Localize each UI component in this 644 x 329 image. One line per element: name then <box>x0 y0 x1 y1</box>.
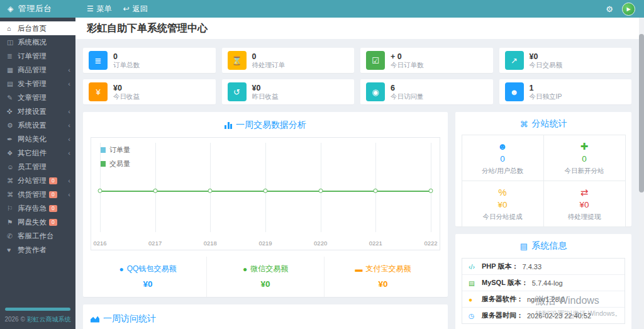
components-icon: ❖ <box>7 149 18 157</box>
info-value: nginx/1.28.0 <box>527 296 565 303</box>
substation-cell-withdrawals[interactable]: ⇄ ¥0 待处理提现 <box>543 181 626 227</box>
sidebar-item-label: 客服工作台 <box>18 231 54 241</box>
sidebar-item-orders[interactable]: ≣ 订单管理 <box>0 49 75 63</box>
info-row-mysql: ▤ MySQL 版本： 5.7.44-log <box>462 275 625 291</box>
chevron-left-icon: ‹ <box>68 149 70 157</box>
stat-card-yesterday-income[interactable]: ↺ ¥0 昨日收益 <box>222 79 355 104</box>
chevron-left-icon: ‹ <box>68 121 70 129</box>
info-row-php: ‹/› PHP 版本： 7.4.33 <box>462 259 625 275</box>
stat-value: 0 <box>113 52 140 61</box>
sidebar-item-components[interactable]: ❖ 其它组件 ‹ <box>0 146 75 160</box>
count-badge: 0 <box>49 191 57 198</box>
sidebar-item-overview[interactable]: ◫ 系统概况 <box>0 35 75 49</box>
stat-card-today-income[interactable]: ¥ ¥0 今日收益 <box>83 79 216 104</box>
cell-label: 分站/用户总数 <box>465 167 541 176</box>
stat-card-pending-orders[interactable]: ⌛ 0 待处理订单 <box>222 48 355 73</box>
stat-card-today-visits[interactable]: ◉ 6 今日访问量 <box>360 79 493 104</box>
sidebar-item-label: 商品管理 <box>18 65 47 75</box>
payment-value: ¥0 <box>207 279 324 289</box>
stat-card-total-orders[interactable]: ≣ 0 订单总数 <box>83 48 216 73</box>
substation-cell-users[interactable]: ☻ 0 分站/用户总数 <box>462 135 544 181</box>
data-point <box>208 188 213 192</box>
menu-button[interactable]: ☰ 菜单 <box>87 4 112 14</box>
sidebar-item-beautify[interactable]: ✒ 网站美化 ‹ <box>0 132 75 146</box>
sidebar-item-home[interactable]: ⌂ 后台首页 <box>0 21 75 35</box>
stat-card-unique-ip[interactable]: ☻ 1 今日独立IP <box>499 79 632 104</box>
payment-label: 支付宝交易额 <box>366 264 411 274</box>
sidebar-item-card-management[interactable]: ▤ 发卡管理 ‹ <box>0 77 75 91</box>
gridline <box>265 143 266 232</box>
scrollbar-thumb[interactable] <box>639 34 644 192</box>
substation-cell-new-today[interactable]: ✚ 0 今日新开分站 <box>543 135 626 181</box>
sidebar-footer: 2026 © 彩虹云商城系统 <box>0 308 75 324</box>
topbar: ◈ 管理后台 ☰ 菜单 ↩ 返回 ⚙ ▶ <box>0 0 644 18</box>
chevron-left-icon: ‹ <box>68 177 70 184</box>
sidebar-item-label: 分站管理 <box>18 176 47 186</box>
app-title: 管理后台 <box>18 3 52 14</box>
chart-title-text: 一周交易数据分析 <box>236 120 306 131</box>
user-icon: ☻ <box>505 82 524 101</box>
app-logo[interactable]: ◈ 管理后台 <box>0 3 75 14</box>
stat-card-today-volume[interactable]: ↗ ¥0 今日交易额 <box>499 48 632 73</box>
eye-icon: ◉ <box>366 82 385 101</box>
sidebar-item-supply[interactable]: ⌘ 供货管理 0 ‹ <box>0 187 75 201</box>
edit-icon: ✎ <box>7 94 18 101</box>
chevron-left-icon: ‹ <box>68 191 70 198</box>
sidebar-item-label: 库存告急 <box>18 204 47 213</box>
scrollbar-track[interactable] <box>639 18 644 329</box>
info-label: 服务器时间： <box>482 311 523 320</box>
sidebar-item-label: 系统设置 <box>18 121 47 130</box>
wechat-icon: ● <box>243 265 247 274</box>
stat-card-today-orders[interactable]: ☑ + 0 今日订单数 <box>360 48 493 73</box>
sidebar-item-articles[interactable]: ✎ 文章管理 <box>0 91 75 104</box>
sidebar-item-label: 发卡管理 <box>18 79 47 89</box>
stat-label: 昨日收益 <box>252 92 279 101</box>
avatar[interactable]: ▶ <box>622 3 635 16</box>
sidebar-item-support-workbench[interactable]: ✆ 客服工作台 <box>0 229 75 243</box>
chart-line-icon: ↗ <box>505 51 524 70</box>
x-tick: 0219 <box>258 240 272 247</box>
stat-label: 今日访问量 <box>391 92 424 101</box>
cart-icon: ▦ <box>7 66 18 74</box>
back-button[interactable]: ↩ 返回 <box>123 4 148 14</box>
stat-value: 1 <box>530 84 562 92</box>
sidebar-item-staff[interactable]: ☺ 员工管理 <box>0 160 75 174</box>
stat-label: 待处理订单 <box>252 61 286 69</box>
copyright-link[interactable]: 彩虹云商城系统 <box>27 316 71 323</box>
info-row-server-software: ● 服务器软件： nginx/1.28.0 <box>462 291 625 308</box>
list-icon: ≣ <box>7 52 18 60</box>
gridline <box>210 143 211 232</box>
main-area: 彩虹自助下单系统管理中心 ≣ 0 订单总数 ⌛ 0 待处理订单 ☑ + 0 今日… <box>75 18 644 329</box>
info-value: 2026-02-23 22:40:52 <box>527 312 591 320</box>
server-icon: ▤ <box>520 242 528 251</box>
data-point <box>318 188 323 192</box>
sidebar-item-label: 员工管理 <box>18 162 47 172</box>
sidebar-item-integration[interactable]: ✜ 对接设置 ‹ <box>0 104 75 118</box>
sidebar-item-products[interactable]: ▦ 商品管理 ‹ <box>0 63 75 77</box>
substation-cell-commission[interactable]: % ¥0 今日分站提成 <box>462 181 544 227</box>
data-point <box>98 188 103 192</box>
payment-summary-row: ● QQ钱包交易额 ¥0 ● 微信交易额 ¥0 <box>89 257 441 297</box>
calendar-check-icon: ☑ <box>366 51 385 70</box>
gridline <box>321 143 321 232</box>
sidebar-item-substation[interactable]: ⌘ 分站管理 0 ‹ <box>0 174 75 187</box>
sitemap-icon: ⌘ <box>7 191 18 198</box>
payment-label: QQ钱包交易额 <box>127 264 177 274</box>
cell-value: ¥0 <box>465 200 541 209</box>
sidebar-item-netdisk-invalid[interactable]: ⚑ 网盘失效 0 <box>0 215 75 229</box>
substation-grid: ☻ 0 分站/用户总数 ✚ 0 今日新开分站 % ¥0 今日分站提成 <box>462 135 625 226</box>
sidebar-item-system-settings[interactable]: ⚙ 系统设置 ‹ <box>0 118 75 132</box>
wrench-icon[interactable]: ⚙ <box>606 4 613 14</box>
pen-icon: ✒ <box>7 135 18 143</box>
bar-chart-icon <box>225 121 232 129</box>
count-badge: 0 <box>49 219 57 226</box>
gear-icon: ⚙ <box>7 121 18 129</box>
info-label: 服务器软件： <box>482 294 523 304</box>
user-icon: ☺ <box>7 163 18 170</box>
dashboard-icon: ◫ <box>7 38 18 46</box>
flag-filled-icon: ⚑ <box>7 218 18 226</box>
sidebar-item-donate[interactable]: ♥ 赞赏作者 <box>0 243 75 257</box>
system-info-title: ▤ 系统信息 <box>455 234 631 257</box>
sidebar-item-stock-alert[interactable]: ⚐ 库存告急 0 <box>0 201 75 215</box>
gridline <box>375 143 376 232</box>
